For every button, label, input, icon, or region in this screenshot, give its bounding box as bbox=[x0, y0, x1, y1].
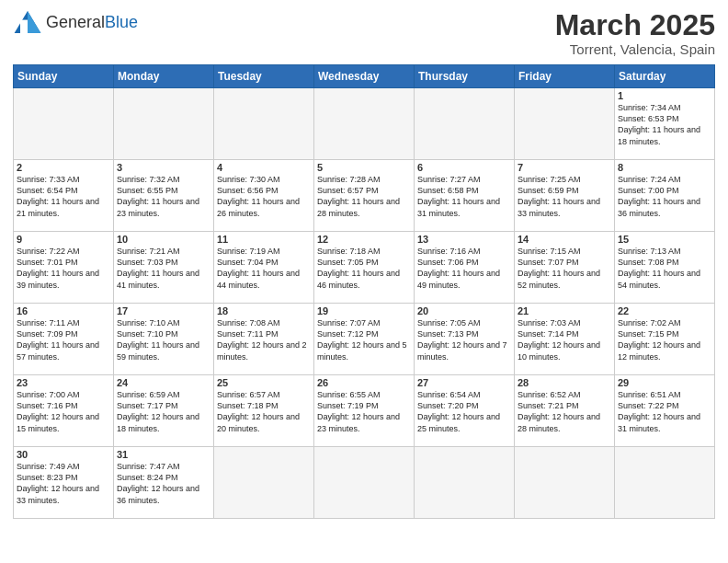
calendar-week-row: 23Sunrise: 7:00 AM Sunset: 7:16 PM Dayli… bbox=[14, 375, 715, 447]
calendar-title: March 2025 bbox=[555, 9, 715, 41]
calendar-week-row: 2Sunrise: 7:33 AM Sunset: 6:54 PM Daylig… bbox=[14, 160, 715, 232]
calendar-day: 13Sunrise: 7:16 AM Sunset: 7:06 PM Dayli… bbox=[415, 232, 515, 304]
day-info: Sunrise: 7:10 AM Sunset: 7:10 PM Dayligh… bbox=[117, 317, 210, 362]
day-number: 4 bbox=[217, 162, 311, 173]
day-number: 24 bbox=[117, 377, 210, 388]
day-number: 25 bbox=[217, 377, 311, 388]
calendar-week-row: 9Sunrise: 7:22 AM Sunset: 7:01 PM Daylig… bbox=[14, 232, 715, 304]
calendar-day bbox=[114, 88, 214, 160]
calendar-day: 8Sunrise: 7:24 AM Sunset: 7:00 PM Daylig… bbox=[615, 160, 715, 232]
day-number: 28 bbox=[518, 377, 611, 388]
calendar-day: 24Sunrise: 6:59 AM Sunset: 7:17 PM Dayli… bbox=[114, 375, 214, 447]
header-sunday: Sunday bbox=[14, 65, 114, 88]
header-saturday: Saturday bbox=[615, 65, 715, 88]
day-number: 17 bbox=[117, 305, 210, 316]
day-info: Sunrise: 6:51 AM Sunset: 7:22 PM Dayligh… bbox=[618, 389, 711, 434]
day-number: 14 bbox=[518, 234, 611, 245]
day-info: Sunrise: 7:22 AM Sunset: 7:01 PM Dayligh… bbox=[17, 246, 110, 291]
day-number: 26 bbox=[317, 377, 411, 388]
calendar-day: 23Sunrise: 7:00 AM Sunset: 7:16 PM Dayli… bbox=[14, 375, 114, 447]
day-info: Sunrise: 7:47 AM Sunset: 8:24 PM Dayligh… bbox=[117, 461, 210, 506]
day-number: 13 bbox=[417, 234, 511, 245]
day-info: Sunrise: 7:24 AM Sunset: 7:00 PM Dayligh… bbox=[618, 174, 711, 219]
logo: GeneralBlue bbox=[13, 9, 138, 35]
calendar-day: 22Sunrise: 7:02 AM Sunset: 7:15 PM Dayli… bbox=[615, 304, 715, 375]
calendar-week-row: 1Sunrise: 7:34 AM Sunset: 6:53 PM Daylig… bbox=[14, 88, 715, 160]
day-number: 20 bbox=[417, 305, 511, 316]
day-info: Sunrise: 7:34 AM Sunset: 6:53 PM Dayligh… bbox=[618, 102, 711, 147]
day-info: Sunrise: 6:59 AM Sunset: 7:17 PM Dayligh… bbox=[117, 389, 210, 434]
calendar-day: 26Sunrise: 6:55 AM Sunset: 7:19 PM Dayli… bbox=[314, 375, 415, 447]
day-info: Sunrise: 7:00 AM Sunset: 7:16 PM Dayligh… bbox=[17, 389, 110, 434]
day-number: 21 bbox=[518, 305, 611, 316]
day-number: 16 bbox=[17, 305, 110, 316]
calendar-day: 5Sunrise: 7:28 AM Sunset: 6:57 PM Daylig… bbox=[314, 160, 415, 232]
day-info: Sunrise: 7:19 AM Sunset: 7:04 PM Dayligh… bbox=[217, 246, 311, 291]
calendar-day: 10Sunrise: 7:21 AM Sunset: 7:03 PM Dayli… bbox=[114, 232, 214, 304]
calendar-day: 1Sunrise: 7:34 AM Sunset: 6:53 PM Daylig… bbox=[615, 88, 715, 160]
calendar-day bbox=[314, 88, 415, 160]
calendar-day: 7Sunrise: 7:25 AM Sunset: 6:59 PM Daylig… bbox=[515, 160, 615, 232]
day-number: 27 bbox=[417, 377, 511, 388]
day-info: Sunrise: 7:07 AM Sunset: 7:12 PM Dayligh… bbox=[317, 317, 411, 362]
calendar-day: 16Sunrise: 7:11 AM Sunset: 7:09 PM Dayli… bbox=[14, 304, 114, 375]
day-number: 1 bbox=[618, 90, 711, 101]
calendar-day: 20Sunrise: 7:05 AM Sunset: 7:13 PM Dayli… bbox=[415, 304, 515, 375]
logo-icon bbox=[13, 9, 42, 35]
calendar-day: 18Sunrise: 7:08 AM Sunset: 7:11 PM Dayli… bbox=[214, 304, 314, 375]
day-number: 18 bbox=[217, 305, 311, 316]
day-number: 5 bbox=[317, 162, 411, 173]
calendar-table: Sunday Monday Tuesday Wednesday Thursday… bbox=[13, 64, 715, 519]
day-info: Sunrise: 7:33 AM Sunset: 6:54 PM Dayligh… bbox=[17, 174, 110, 219]
day-number: 7 bbox=[518, 162, 611, 173]
day-number: 22 bbox=[618, 305, 711, 316]
header-monday: Monday bbox=[114, 65, 214, 88]
calendar-day: 27Sunrise: 6:54 AM Sunset: 7:20 PM Dayli… bbox=[415, 375, 515, 447]
day-number: 29 bbox=[618, 377, 711, 388]
calendar-day: 19Sunrise: 7:07 AM Sunset: 7:12 PM Dayli… bbox=[314, 304, 415, 375]
day-info: Sunrise: 6:57 AM Sunset: 7:18 PM Dayligh… bbox=[217, 389, 311, 434]
header-tuesday: Tuesday bbox=[214, 65, 314, 88]
calendar-day: 2Sunrise: 7:33 AM Sunset: 6:54 PM Daylig… bbox=[14, 160, 114, 232]
calendar-day: 4Sunrise: 7:30 AM Sunset: 6:56 PM Daylig… bbox=[214, 160, 314, 232]
calendar-day: 25Sunrise: 6:57 AM Sunset: 7:18 PM Dayli… bbox=[214, 375, 314, 447]
day-number: 11 bbox=[217, 234, 311, 245]
calendar-day: 11Sunrise: 7:19 AM Sunset: 7:04 PM Dayli… bbox=[214, 232, 314, 304]
calendar-day: 29Sunrise: 6:51 AM Sunset: 7:22 PM Dayli… bbox=[615, 375, 715, 447]
calendar-day: 31Sunrise: 7:47 AM Sunset: 8:24 PM Dayli… bbox=[114, 447, 214, 519]
day-info: Sunrise: 7:49 AM Sunset: 8:23 PM Dayligh… bbox=[17, 461, 110, 506]
svg-marker-1 bbox=[28, 11, 40, 33]
calendar-week-row: 30Sunrise: 7:49 AM Sunset: 8:23 PM Dayli… bbox=[14, 447, 715, 519]
day-number: 3 bbox=[117, 162, 210, 173]
day-info: Sunrise: 7:32 AM Sunset: 6:55 PM Dayligh… bbox=[117, 174, 210, 219]
day-number: 2 bbox=[17, 162, 110, 173]
header-thursday: Thursday bbox=[415, 65, 515, 88]
calendar-day bbox=[615, 447, 715, 519]
calendar-day: 3Sunrise: 7:32 AM Sunset: 6:55 PM Daylig… bbox=[114, 160, 214, 232]
calendar-day bbox=[515, 88, 615, 160]
day-number: 30 bbox=[17, 449, 110, 460]
calendar-day: 17Sunrise: 7:10 AM Sunset: 7:10 PM Dayli… bbox=[114, 304, 214, 375]
calendar-week-row: 16Sunrise: 7:11 AM Sunset: 7:09 PM Dayli… bbox=[14, 304, 715, 375]
day-number: 31 bbox=[117, 449, 210, 460]
calendar-day bbox=[214, 88, 314, 160]
svg-rect-2 bbox=[20, 20, 28, 33]
day-info: Sunrise: 6:54 AM Sunset: 7:20 PM Dayligh… bbox=[417, 389, 511, 434]
day-info: Sunrise: 7:11 AM Sunset: 7:09 PM Dayligh… bbox=[17, 317, 110, 362]
day-number: 23 bbox=[17, 377, 110, 388]
day-info: Sunrise: 7:21 AM Sunset: 7:03 PM Dayligh… bbox=[117, 246, 210, 291]
calendar-day: 12Sunrise: 7:18 AM Sunset: 7:05 PM Dayli… bbox=[314, 232, 415, 304]
calendar-day: 6Sunrise: 7:27 AM Sunset: 6:58 PM Daylig… bbox=[415, 160, 515, 232]
header-friday: Friday bbox=[515, 65, 615, 88]
day-info: Sunrise: 7:16 AM Sunset: 7:06 PM Dayligh… bbox=[417, 246, 511, 291]
day-info: Sunrise: 7:13 AM Sunset: 7:08 PM Dayligh… bbox=[618, 246, 711, 291]
day-info: Sunrise: 7:25 AM Sunset: 6:59 PM Dayligh… bbox=[518, 174, 611, 219]
day-info: Sunrise: 7:27 AM Sunset: 6:58 PM Dayligh… bbox=[417, 174, 511, 219]
logo-text: GeneralBlue bbox=[46, 13, 138, 32]
day-info: Sunrise: 7:08 AM Sunset: 7:11 PM Dayligh… bbox=[217, 317, 311, 362]
day-info: Sunrise: 7:18 AM Sunset: 7:05 PM Dayligh… bbox=[317, 246, 411, 291]
calendar-day: 28Sunrise: 6:52 AM Sunset: 7:21 PM Dayli… bbox=[515, 375, 615, 447]
day-info: Sunrise: 7:05 AM Sunset: 7:13 PM Dayligh… bbox=[417, 317, 511, 362]
calendar-day: 21Sunrise: 7:03 AM Sunset: 7:14 PM Dayli… bbox=[515, 304, 615, 375]
calendar-subtitle: Torrent, Valencia, Spain bbox=[555, 41, 715, 57]
